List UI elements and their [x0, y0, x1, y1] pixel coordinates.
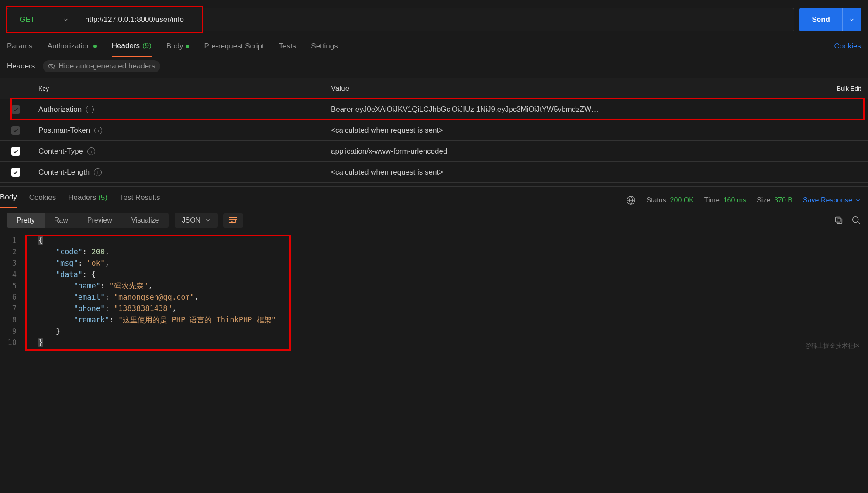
- tab-authorization[interactable]: Authorization: [48, 36, 97, 57]
- resp-tab-headers[interactable]: Headers (5): [68, 193, 107, 207]
- row-checkbox[interactable]: [11, 126, 20, 135]
- resp-tab-body[interactable]: Body: [0, 193, 17, 208]
- bulk-edit-link[interactable]: Bulk Edit: [816, 85, 868, 92]
- http-method-select[interactable]: GET: [7, 8, 77, 31]
- row-checkbox[interactable]: [11, 147, 20, 156]
- status: Status: 200 OK: [646, 196, 694, 204]
- globe-icon[interactable]: [626, 195, 636, 205]
- header-key[interactable]: Content-Type i: [31, 147, 324, 156]
- chevron-down-icon: [855, 197, 861, 203]
- info-icon[interactable]: i: [87, 147, 95, 155]
- http-method-value: GET: [20, 15, 35, 24]
- table-row: Postman-Token i <calculated when request…: [0, 120, 868, 141]
- chevron-down-icon: [205, 217, 211, 223]
- svg-rect-5: [837, 219, 842, 223]
- dot-icon: [186, 45, 189, 48]
- header-value[interactable]: Bearer eyJ0eXAiOiJKV1QiLCJhbGciOiJIUzI1N…: [324, 105, 868, 114]
- row-checkbox[interactable]: [11, 105, 20, 114]
- chevron-down-icon: [849, 17, 855, 23]
- hide-auto-headers-button[interactable]: Hide auto-generated headers: [43, 60, 160, 72]
- tab-prerequest[interactable]: Pre-request Script: [204, 36, 264, 57]
- response-body: 1 { 2 "code": 200, 3 "msg": "ok", 4 "dat…: [0, 233, 868, 352]
- request-tabs: Params Authorization Headers (9) Body Pr…: [0, 36, 868, 57]
- header-value[interactable]: <calculated when request is sent>: [324, 168, 868, 177]
- info-icon[interactable]: i: [94, 168, 102, 176]
- send-button[interactable]: Send: [799, 8, 842, 31]
- info-icon[interactable]: i: [86, 106, 94, 113]
- table-row: Content-Type i application/x-www-form-ur…: [0, 141, 868, 162]
- resp-tab-cookies[interactable]: Cookies: [29, 193, 56, 207]
- view-mode-tabs: Pretty Raw Preview Visualize: [7, 213, 169, 228]
- search-icon[interactable]: [851, 216, 861, 225]
- response-tabs: Body Cookies Headers (5) Test Results St…: [0, 186, 868, 208]
- header-key[interactable]: Authorization i: [31, 105, 324, 114]
- tab-tests[interactable]: Tests: [279, 36, 296, 57]
- col-key: Key: [31, 85, 324, 92]
- view-pretty[interactable]: Pretty: [7, 213, 45, 228]
- table-row: Authorization i Bearer eyJ0eXAiOiJKV1QiL…: [0, 99, 868, 120]
- table-row: Content-Length i <calculated when reques…: [0, 162, 868, 183]
- svg-point-7: [853, 217, 858, 223]
- header-value[interactable]: <calculated when request is sent>: [324, 126, 868, 135]
- tab-headers[interactable]: Headers (9): [112, 36, 152, 57]
- send-button-group: Send: [799, 8, 861, 31]
- size: Size: 370 B: [757, 196, 792, 204]
- view-raw[interactable]: Raw: [45, 213, 78, 228]
- save-response-button[interactable]: Save Response: [803, 196, 861, 204]
- table-header: Key Value Bulk Edit: [0, 78, 868, 99]
- resp-tab-testresults[interactable]: Test Results: [120, 193, 160, 207]
- col-value: Value: [324, 84, 816, 93]
- time: Time: 160 ms: [704, 196, 746, 204]
- header-key[interactable]: Content-Length i: [31, 168, 324, 177]
- watermark: @稀土掘金技术社区: [805, 342, 860, 350]
- view-visualize[interactable]: Visualize: [122, 213, 169, 228]
- send-label: Send: [812, 15, 830, 24]
- dot-icon: [93, 45, 97, 48]
- eye-off-icon: [48, 63, 55, 70]
- tab-params[interactable]: Params: [7, 36, 33, 57]
- wrap-icon: [228, 216, 238, 224]
- wrap-lines-button[interactable]: [223, 213, 243, 228]
- svg-line-8: [858, 222, 860, 224]
- url-bar: GET: [7, 8, 794, 31]
- headers-table: Key Value Bulk Edit Authorization i Bear…: [0, 78, 868, 183]
- send-dropdown[interactable]: [842, 8, 861, 31]
- view-preview[interactable]: Preview: [78, 213, 122, 228]
- chevron-down-icon: [63, 17, 69, 23]
- tab-settings[interactable]: Settings: [311, 36, 338, 57]
- copy-icon[interactable]: [834, 216, 844, 225]
- cookies-link[interactable]: Cookies: [834, 42, 861, 51]
- svg-rect-6: [836, 217, 840, 222]
- headers-subheader: Headers Hide auto-generated headers: [0, 57, 868, 78]
- headers-title: Headers: [7, 62, 35, 71]
- format-select[interactable]: JSON: [175, 213, 218, 228]
- url-input[interactable]: [77, 8, 794, 31]
- header-key[interactable]: Postman-Token i: [31, 126, 324, 135]
- header-value[interactable]: application/x-www-form-urlencoded: [324, 147, 868, 156]
- tab-body[interactable]: Body: [166, 36, 189, 57]
- body-toolbar: Pretty Raw Preview Visualize JSON: [0, 208, 868, 233]
- row-checkbox[interactable]: [11, 168, 20, 177]
- info-icon[interactable]: i: [94, 127, 102, 134]
